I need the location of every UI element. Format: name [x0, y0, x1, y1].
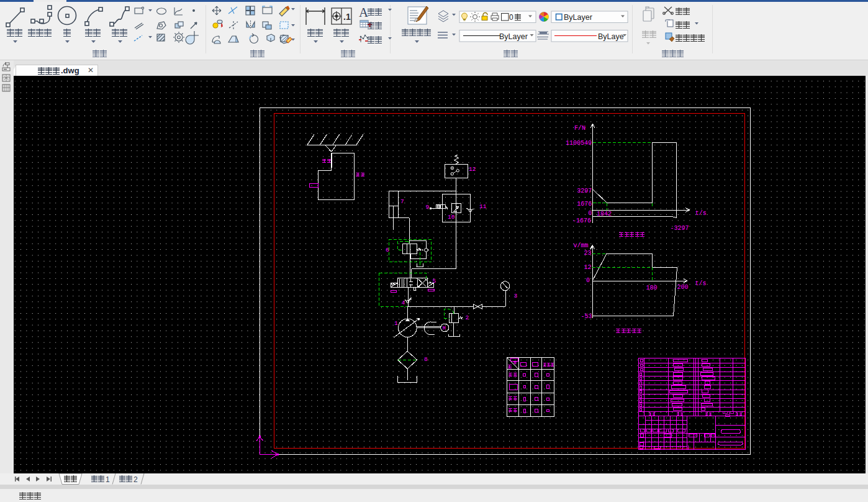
svg-text:t/s: t/s [695, 210, 707, 217]
svg-text:v/mm: v/mm [573, 242, 588, 249]
svg-text:11: 11 [479, 203, 487, 210]
svg-text:0: 0 [588, 210, 592, 217]
svg-text:0: 0 [586, 277, 590, 284]
svg-text:10: 10 [448, 214, 455, 221]
svg-text:12: 12 [584, 264, 591, 271]
svg-text:3: 3 [514, 293, 518, 299]
svg-text:200: 200 [677, 284, 689, 291]
svg-text:23: 23 [584, 250, 591, 257]
svg-text:7: 7 [400, 198, 404, 205]
svg-text:-3297: -3297 [670, 225, 689, 232]
svg-text:1842: 1842 [597, 211, 612, 217]
svg-text:5: 5 [433, 278, 436, 285]
svg-text:4: 4 [402, 299, 405, 306]
svg-text:3297: 3297 [577, 188, 592, 194]
svg-text:1676: 1676 [577, 201, 592, 208]
svg-text:1100549: 1100549 [566, 140, 592, 147]
svg-text:M: M [443, 326, 446, 332]
svg-text:-1676: -1676 [572, 217, 591, 224]
svg-text:-53: -53 [581, 313, 592, 320]
svg-text:180: 180 [646, 285, 657, 291]
svg-text:12: 12 [469, 166, 476, 173]
svg-text:2: 2 [466, 314, 469, 321]
svg-text:.1: .1 [343, 12, 351, 22]
svg-text:F/N: F/N [574, 125, 585, 132]
svg-text:9: 9 [426, 204, 430, 211]
svg-text:8: 8 [424, 356, 428, 363]
svg-text:6: 6 [386, 247, 389, 253]
svg-text:t/s: t/s [695, 280, 707, 287]
svg-text:1: 1 [394, 320, 398, 327]
